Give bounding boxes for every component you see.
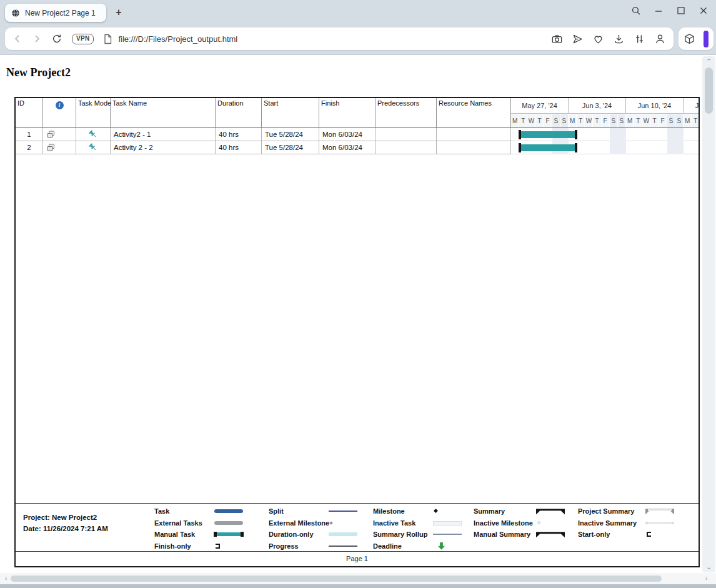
legend-item: Summary Rollup — [373, 529, 462, 541]
legend-swatch-project-summary-icon — [645, 507, 674, 515]
horizontal-scroll-thumb[interactable] — [11, 576, 662, 582]
globe-favicon-icon — [11, 9, 20, 17]
scroll-right-arrow-icon[interactable]: › — [702, 574, 711, 583]
gantt-day-cell: W — [585, 114, 593, 127]
legend-swatch-milestone-icon — [433, 507, 462, 515]
gantt-day-cell: F — [544, 114, 552, 127]
legend-label: Deadline — [373, 542, 433, 550]
cell-task-mode — [76, 141, 111, 154]
gantt-bar — [519, 144, 577, 151]
cell-duration: 40 hrs — [216, 128, 262, 141]
new-tab-button[interactable]: + — [112, 6, 125, 19]
project-info: Project: New Project2 Date: 11/26/2024 7… — [23, 512, 108, 534]
legend-label: Summary Rollup — [373, 531, 433, 538]
browser-toolbar: VPN file:///D:/Files/Project_output.html — [5, 27, 674, 50]
legend-label: Inactive Task — [373, 519, 433, 527]
legend-swatch-external-milestone-icon — [329, 519, 357, 527]
header-id: ID — [16, 98, 43, 128]
legend-label: Milestone — [373, 507, 433, 515]
legend-label: Split — [269, 507, 329, 515]
pushpin-icon — [88, 142, 98, 152]
cell-resource-names — [437, 128, 511, 141]
gantt-week-label: Jun 3, '24 — [569, 98, 626, 114]
scroll-up-arrow-icon[interactable]: ⌃ — [704, 57, 714, 66]
legend-column: TaskExternal TasksManual TaskFinish-only — [154, 506, 243, 552]
gantt-day-cell: S — [552, 114, 560, 127]
reload-button[interactable] — [51, 33, 62, 44]
close-button[interactable] — [699, 6, 709, 16]
tune-icon[interactable] — [634, 33, 645, 45]
legend: Project: New Project2 Date: 11/26/2024 7… — [16, 503, 699, 552]
url-field[interactable]: file:///D:/Files/Project_output.html — [118, 34, 551, 44]
search-icon[interactable] — [631, 6, 641, 16]
minimize-button[interactable] — [654, 6, 664, 16]
legend-swatch-inactive-task-icon — [433, 519, 462, 527]
legend-swatch-duration-only-icon — [329, 531, 357, 538]
gantt-day-cell: S — [560, 114, 569, 127]
gantt-day-cell: T — [593, 114, 601, 127]
maximize-button[interactable] — [676, 6, 686, 16]
legend-label: Manual Summary — [474, 531, 536, 538]
legend-label: Summary — [474, 507, 536, 515]
cell-task-name: Activity 2 - 2 — [111, 141, 216, 154]
header-start: Start — [262, 98, 319, 128]
info-icon — [56, 101, 64, 109]
browser-tab[interactable]: New Project2 Page 1 — [5, 4, 106, 22]
header-task-name: Task Name — [111, 98, 216, 128]
scroll-left-arrow-icon[interactable]: ‹ — [1, 574, 11, 583]
purple-pill-indicator[interactable] — [704, 31, 709, 47]
vertical-scrollbar[interactable]: ⌃ ⌄ — [702, 56, 715, 572]
project-page-box: ID Task Mode Task Name Duration Start Fi… — [14, 97, 700, 567]
forward-button[interactable] — [32, 34, 42, 44]
extensions-box — [679, 27, 714, 50]
window-bottom-edge — [0, 584, 716, 588]
scroll-down-arrow-icon[interactable]: ⌄ — [704, 562, 714, 572]
cell-indicator — [43, 141, 76, 154]
legend-label: Duration-only — [269, 531, 329, 538]
task-table: ID Task Mode Task Name Duration Start Fi… — [16, 98, 511, 154]
cell-duration: 40 hrs — [216, 141, 262, 154]
download-icon[interactable] — [613, 33, 625, 45]
gantt-day-cell: T — [577, 114, 585, 127]
send-icon[interactable] — [572, 33, 584, 45]
heart-icon[interactable] — [592, 33, 604, 45]
weekend-stripe — [610, 128, 626, 154]
cell-indicator — [43, 128, 76, 141]
legend-swatch-manual-task-icon — [214, 531, 243, 538]
legend-column: SplitExternal MilestoneDuration-onlyProg… — [269, 506, 357, 552]
legend-swatch-inactive-milestone-icon — [536, 519, 565, 527]
vertical-scroll-thumb[interactable] — [705, 67, 713, 114]
legend-item: Progress — [269, 541, 357, 552]
legend-swatch-finish-only-icon — [214, 542, 243, 550]
legend-column: SummaryInactive MilestoneManual Summary — [474, 506, 565, 541]
legend-label: Progress — [269, 542, 329, 550]
legend-swatch-deadline-icon — [433, 542, 462, 550]
project-name-line: Project: New Project2 — [23, 512, 108, 523]
cell-task-mode — [76, 128, 111, 141]
camera-icon[interactable] — [551, 33, 563, 45]
legend-item: Manual Task — [154, 529, 243, 541]
tab-title: New Project2 Page 1 — [25, 9, 96, 17]
legend-item: Finish-only — [154, 541, 243, 552]
horizontal-scrollbar[interactable]: ‹ › — [0, 573, 716, 584]
legend-swatch-task-icon — [214, 507, 243, 515]
profile-icon[interactable] — [654, 33, 666, 45]
back-button[interactable] — [12, 34, 22, 44]
gantt-week-label: May 27, '24 — [511, 98, 569, 114]
header-predecessors: Predecessors — [375, 98, 437, 128]
legend-swatch-manual-summary-icon — [536, 531, 565, 538]
document-icon[interactable] — [103, 34, 112, 44]
cube-icon[interactable] — [684, 33, 695, 45]
browser-chrome: New Project2 Page 1 + VPN — [0, 0, 716, 55]
gantt-chart: May 27, '24MTWTFSSJun 3, '24MTWTFSSJun 1… — [511, 98, 699, 154]
gantt-day-cell: T — [634, 114, 642, 127]
cell-predecessors — [375, 128, 437, 141]
gantt-day-cell: F — [659, 114, 667, 127]
gantt-day-cell: T — [650, 114, 659, 127]
vpn-badge[interactable]: VPN — [72, 34, 94, 44]
header-duration: Duration — [216, 98, 262, 128]
gantt-day-cell: S — [610, 114, 618, 127]
legend-swatch-summary-rollup-icon — [433, 531, 462, 538]
pages-indicator-icon — [46, 143, 56, 152]
cell-start: Tue 5/28/24 — [262, 141, 319, 154]
